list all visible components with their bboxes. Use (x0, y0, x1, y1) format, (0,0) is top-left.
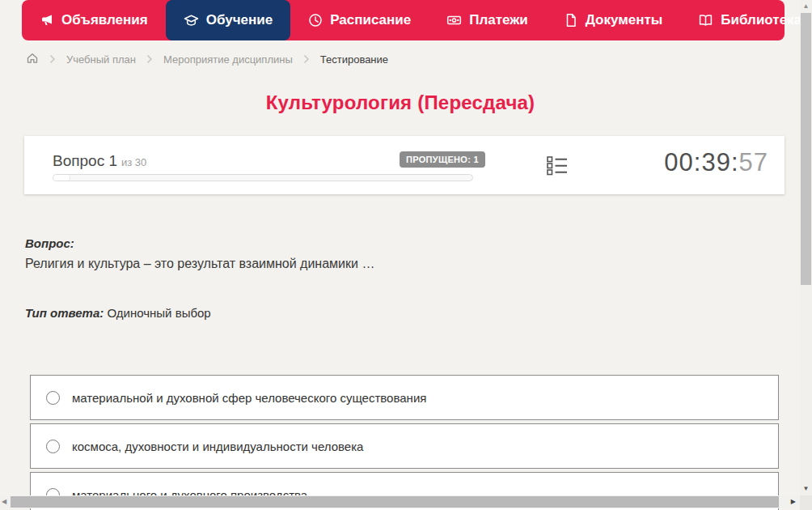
clock-icon (308, 13, 323, 28)
scroll-left-arrow-icon[interactable]: ◀ (2, 498, 6, 505)
nav-item-education[interactable]: Обучение (166, 0, 290, 40)
answer-option-text: космоса, духовности и индивидуальности ч… (72, 440, 363, 453)
question-list-icon (547, 155, 568, 176)
cash-icon (446, 13, 462, 28)
nav-item-documents[interactable]: Документы (546, 0, 681, 40)
question-of-total: из 30 (121, 156, 146, 168)
home-icon[interactable] (26, 52, 39, 67)
nav-item-label: Обучение (206, 12, 273, 28)
nav-item-label: Расписание (330, 12, 411, 28)
question-progress-fill (53, 175, 70, 181)
scroll-right-arrow-icon[interactable]: ▶ (791, 498, 796, 505)
answer-option-text: материальной и духовной сфер человеческо… (72, 391, 426, 405)
vertical-scrollbar[interactable]: ▲ ▼ (800, 0, 812, 495)
main-navbar: Объявления Обучение Расписание Платежи Д… (22, 0, 785, 40)
graduation-cap-icon (184, 13, 199, 28)
radio-button[interactable] (46, 391, 60, 405)
scroll-down-arrow-icon[interactable]: ▼ (800, 485, 812, 492)
chevron-right-icon (146, 54, 153, 64)
megaphone-icon (40, 13, 54, 28)
nav-item-payments[interactable]: Платежи (429, 0, 546, 40)
timer-seconds: 57 (739, 148, 768, 176)
question-list-button[interactable] (545, 153, 569, 177)
nav-item-label: Объявления (61, 12, 148, 28)
nav-item-label: Библиотека (721, 12, 801, 28)
answer-type-row: Тип ответа: Одиночный выбор (25, 306, 211, 320)
question-text: Религия и культура – это результат взаим… (25, 257, 769, 271)
answer-type-value: Одиночный выбор (107, 306, 210, 320)
timer: 00:39:57 (664, 148, 768, 177)
page-title: Культурология (Пересдача) (0, 91, 801, 114)
timer-main: 00:39: (664, 148, 738, 176)
chevron-right-icon (49, 54, 56, 64)
answer-option-2[interactable]: космоса, духовности и индивидуальности ч… (30, 423, 779, 469)
vertical-scrollbar-thumb[interactable] (801, 13, 811, 285)
scrollbar-corner (800, 495, 812, 510)
answer-option-1[interactable]: материальной и духовной сфер человеческо… (30, 375, 779, 420)
scroll-up-arrow-icon[interactable]: ▲ (800, 2, 812, 10)
breadcrumb-testing: Тестирование (320, 53, 388, 66)
document-icon (564, 13, 578, 28)
skipped-badge: ПРОПУЩЕНО: 1 (400, 151, 485, 168)
nav-item-label: Платежи (469, 12, 528, 28)
open-book-icon (698, 13, 713, 28)
question-header-panel: Вопрос 1из 30 ПРОПУЩЕНО: 1 00:39:57 (24, 136, 785, 194)
question-label: Вопрос: (25, 236, 74, 250)
question-progress-bar (53, 174, 473, 181)
nav-item-schedule[interactable]: Расписание (290, 0, 429, 40)
nav-item-library[interactable]: Библиотека (680, 0, 812, 40)
answer-type-label: Тип ответа: (25, 306, 104, 320)
breadcrumb: Учебный план Мероприятие дисциплины Тест… (26, 50, 388, 68)
question-number-label: Вопрос 1 (53, 152, 117, 169)
chevron-right-icon (303, 54, 310, 64)
breadcrumb-discipline-event[interactable]: Мероприятие дисциплины (163, 53, 293, 66)
breadcrumb-curriculum[interactable]: Учебный план (66, 53, 136, 66)
nav-item-label: Документы (586, 12, 663, 28)
radio-button[interactable] (46, 440, 60, 453)
question-number: Вопрос 1из 30 (53, 152, 146, 170)
horizontal-scrollbar[interactable]: ◀ ▶ (0, 495, 800, 508)
nav-item-announcements[interactable]: Объявления (22, 0, 166, 40)
horizontal-scrollbar-thumb[interactable] (11, 496, 779, 508)
